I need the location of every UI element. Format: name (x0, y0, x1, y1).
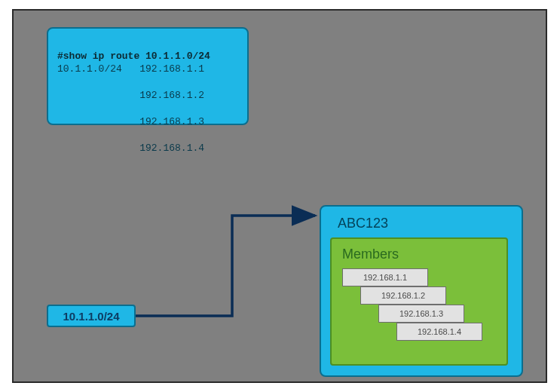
member-stack: 192.168.1.1 192.168.1.2 192.168.1.3 192.… (342, 268, 493, 347)
route-prefix: 10.1.1.0/24 (57, 63, 122, 75)
terminal-row: 192.168.1.3 (57, 115, 238, 129)
group-title: ABC123 (338, 216, 510, 231)
hop-ip: 192.168.1.4 (139, 142, 204, 154)
members-panel: Members 192.168.1.1 192.168.1.2 192.168.… (330, 237, 508, 366)
route-chip-label: 10.1.1.0/24 (63, 310, 119, 323)
terminal-output: #show ip route 10.1.1.0/24 10.1.1.0/24 1… (47, 27, 249, 125)
member-item: 192.168.1.2 (360, 286, 446, 305)
member-item: 192.168.1.4 (396, 323, 482, 341)
route-chip: 10.1.1.0/24 (47, 305, 136, 327)
terminal-row: 192.168.1.2 (57, 89, 238, 103)
terminal-row: 10.1.1.0/24 192.168.1.1 (57, 63, 238, 76)
member-item: 192.168.1.3 (378, 305, 464, 323)
diagram-frame: #show ip route 10.1.1.0/24 10.1.1.0/24 1… (12, 9, 547, 383)
member-item: 192.168.1.1 (342, 268, 428, 286)
hop-ip: 192.168.1.3 (139, 116, 204, 127)
diagram-canvas: #show ip route 10.1.1.0/24 10.1.1.0/24 1… (0, 0, 560, 392)
hop-ip: 192.168.1.2 (139, 90, 204, 101)
members-label: Members (342, 247, 499, 262)
group-box: ABC123 Members 192.168.1.1 192.168.1.2 1… (320, 205, 523, 377)
hop-ip: 192.168.1.1 (139, 63, 204, 75)
terminal-command: #show ip route 10.1.1.0/24 (57, 51, 210, 62)
terminal-row: 192.168.1.4 (57, 142, 238, 155)
